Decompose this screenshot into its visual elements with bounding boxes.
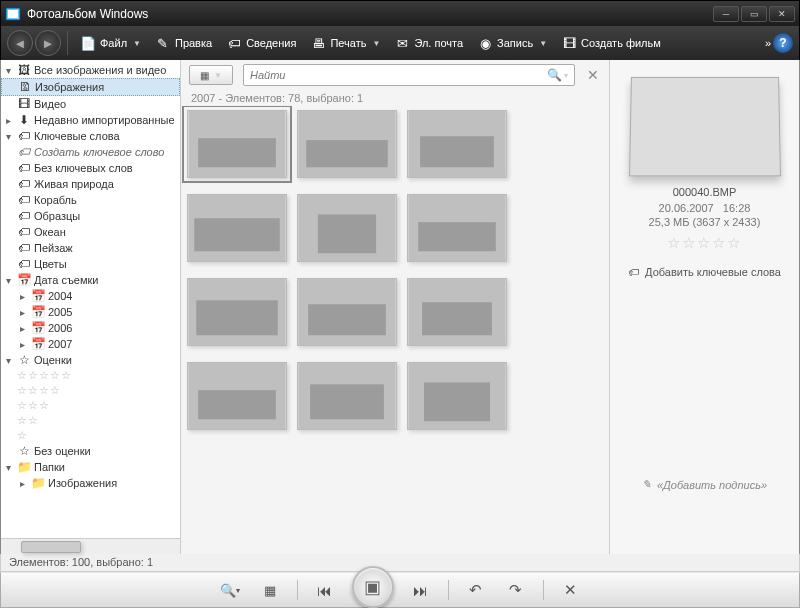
tag-icon: 🏷	[17, 257, 31, 271]
thumbnail[interactable]	[187, 110, 287, 178]
sidebar-folder-images[interactable]: ▸📁Изображения	[1, 475, 180, 491]
thumbnail[interactable]	[297, 362, 397, 430]
add-keywords-link[interactable]: 🏷Добавить ключевые слова	[618, 266, 791, 278]
thumbnail[interactable]	[187, 362, 287, 430]
sidebar-kw-create[interactable]: 🏷Создать ключевое слово	[1, 144, 180, 160]
add-caption-link[interactable]: ✎«Добавить подпись»	[618, 478, 791, 491]
email-icon: ✉	[394, 35, 410, 51]
thumbnail[interactable]	[297, 278, 397, 346]
edit-icon: ✎	[155, 35, 171, 51]
center-pane: ▦▼ 🔍▾ ✕ 2007 - Элементов: 78, выбрано: 1	[181, 60, 609, 554]
svg-rect-23	[310, 384, 384, 419]
sidebar-rating-3[interactable]: ☆☆☆	[1, 398, 180, 413]
app-icon	[5, 6, 21, 22]
sidebar-images[interactable]: 🖻Изображения	[1, 78, 180, 96]
film-icon: 🎞	[561, 35, 577, 51]
sidebar-kw-none[interactable]: 🏷Без ключевых слов	[1, 160, 180, 176]
video-icon: 🎞	[17, 97, 31, 111]
print-menu[interactable]: 🖶 Печать▼	[304, 31, 386, 55]
sidebar-kw-flowers[interactable]: 🏷Цветы	[1, 256, 180, 272]
thumbnail[interactable]	[407, 362, 507, 430]
grid-icon: ▦	[200, 70, 209, 81]
burn-menu[interactable]: ◉ Запись▼	[471, 31, 553, 55]
prev-button[interactable]: ⏮	[312, 577, 338, 603]
thumbnail[interactable]	[407, 110, 507, 178]
info-menu[interactable]: 🏷 Сведения	[220, 31, 302, 55]
maximize-button[interactable]: ▭	[741, 6, 767, 22]
svg-rect-3	[198, 138, 276, 167]
search-box[interactable]: 🔍▾	[243, 64, 575, 86]
thumbnail[interactable]	[187, 278, 287, 346]
info-label: Сведения	[246, 37, 296, 49]
sidebar-2004[interactable]: ▸📅2004	[1, 288, 180, 304]
sidebar-kw-ocean[interactable]: 🏷Океан	[1, 224, 180, 240]
sidebar-rating-2[interactable]: ☆☆	[1, 413, 180, 428]
search-icon[interactable]: 🔍	[547, 68, 562, 82]
view-picker[interactable]: ▦▼	[189, 65, 233, 85]
sidebar-kw-nature[interactable]: 🏷Живая природа	[1, 176, 180, 192]
rotate-ccw-button[interactable]: ↶	[463, 577, 489, 603]
sidebar-norating[interactable]: ☆Без оценки	[1, 443, 180, 459]
file-menu[interactable]: 📄 Файл▼	[74, 31, 147, 55]
sidebar-rating-4[interactable]: ☆☆☆☆	[1, 383, 180, 398]
sidebar-video[interactable]: 🎞Видео	[1, 96, 180, 112]
file-label: Файл	[100, 37, 127, 49]
rotate-cw-button[interactable]: ↷	[503, 577, 529, 603]
tag-icon: 🏷	[17, 193, 31, 207]
minimize-button[interactable]: ─	[713, 6, 739, 22]
sidebar-ratings[interactable]: ▾☆Оценки	[1, 352, 180, 368]
back-button[interactable]: ◄	[7, 30, 33, 56]
info-filename[interactable]: 000040.BMP	[618, 186, 791, 198]
sidebar-kw-landscape[interactable]: 🏷Пейзаж	[1, 240, 180, 256]
pen-icon: ✎	[642, 478, 651, 491]
sidebar-tree[interactable]: ▾🖼Все изображения и видео 🖻Изображения 🎞…	[1, 60, 180, 538]
sidebar-rating-1[interactable]: ☆	[1, 428, 180, 443]
rating-stars[interactable]: ☆☆☆☆☆	[618, 234, 791, 252]
info-date[interactable]: 20.06.2007	[659, 202, 714, 214]
sidebar-rating-5[interactable]: ☆☆☆☆☆	[1, 368, 180, 383]
next-button[interactable]: ⏭	[408, 577, 434, 603]
sidebar-keywords[interactable]: ▾🏷Ключевые слова	[1, 128, 180, 144]
edit-menu[interactable]: ✎ Правка	[149, 31, 218, 55]
close-button[interactable]: ✕	[769, 6, 795, 22]
sidebar-recent[interactable]: ▸⬇Недавно импортированные	[1, 112, 180, 128]
preview-thumbnail[interactable]	[629, 77, 781, 176]
import-icon: ⬇	[17, 113, 31, 127]
sidebar-all[interactable]: ▾🖼Все изображения и видео	[1, 62, 180, 78]
sidebar-hscroll[interactable]	[1, 538, 180, 554]
print-icon: 🖶	[310, 35, 326, 51]
thumbnail[interactable]	[297, 110, 397, 178]
close-panel-button[interactable]: ✕	[585, 67, 601, 83]
sidebar-2007[interactable]: ▸📅2007	[1, 336, 180, 352]
toolbar: ◄ ► 📄 Файл▼ ✎ Правка 🏷 Сведения 🖶 Печать…	[0, 26, 800, 60]
info-size: 25,3 МБ (3637 x 2433)	[618, 216, 791, 228]
zoom-button[interactable]: 🔍▾	[217, 577, 243, 603]
info-time[interactable]: 16:28	[723, 202, 751, 214]
tag-icon: 🏷	[17, 177, 31, 191]
help-button[interactable]: ?	[773, 33, 793, 53]
sidebar-date[interactable]: ▾📅Дата съемки	[1, 272, 180, 288]
sidebar-2005[interactable]: ▸📅2005	[1, 304, 180, 320]
sidebar-folders[interactable]: ▾📁Папки	[1, 459, 180, 475]
thumbnail[interactable]	[187, 194, 287, 262]
movie-menu[interactable]: 🎞 Создать фильм	[555, 31, 667, 55]
sidebar-kw-ship[interactable]: 🏷Корабль	[1, 192, 180, 208]
email-menu[interactable]: ✉ Эл. почта	[388, 31, 469, 55]
titlebar: Фотоальбом Windows ─ ▭ ✕	[0, 0, 800, 26]
sidebar-kw-samples[interactable]: 🏷Образцы	[1, 208, 180, 224]
thumbnail[interactable]	[407, 194, 507, 262]
svg-rect-1	[8, 10, 18, 18]
calendar-icon: 📅	[31, 305, 45, 319]
thumbnail[interactable]	[297, 194, 397, 262]
svg-rect-9	[194, 218, 279, 251]
forward-button[interactable]: ►	[35, 30, 61, 56]
slideshow-button[interactable]: ▣	[352, 566, 394, 608]
thumbnail[interactable]	[407, 278, 507, 346]
svg-rect-25	[424, 382, 490, 421]
search-input[interactable]	[250, 69, 547, 81]
delete-button[interactable]: ✕	[558, 577, 584, 603]
thumbsize-button[interactable]: ▦	[257, 577, 283, 603]
thumbnail-grid[interactable]	[181, 106, 609, 554]
sidebar-2006[interactable]: ▸📅2006	[1, 320, 180, 336]
overflow-icon[interactable]: »	[765, 37, 771, 49]
